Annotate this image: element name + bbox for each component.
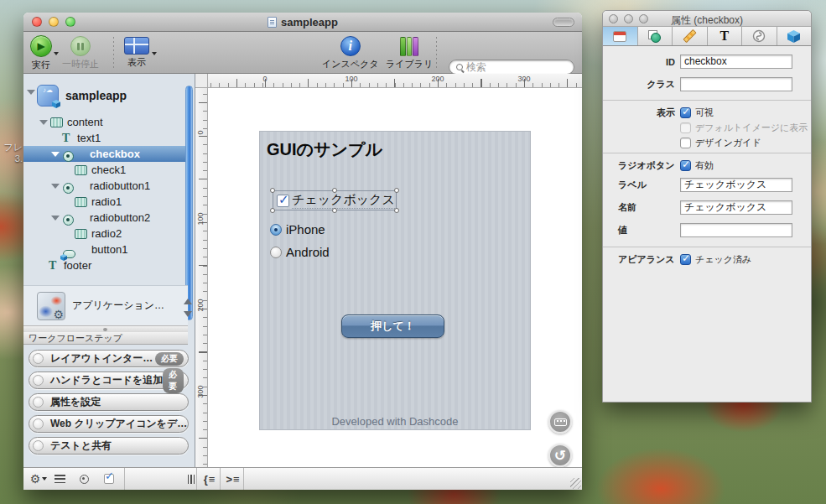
checked-checkbox[interactable] [680, 254, 691, 265]
disclosure-triangle[interactable] [27, 90, 35, 95]
keyboard-overlay-button[interactable] [548, 410, 572, 434]
container-icon [75, 229, 87, 239]
tree-item-label: content [67, 116, 103, 128]
tree-item-radio1[interactable]: radio1 [23, 194, 188, 210]
minimize-button[interactable] [49, 17, 59, 27]
search-placeholder: 検索 [466, 60, 486, 75]
selection-handle[interactable] [270, 208, 275, 213]
tab-cube[interactable] [777, 27, 812, 45]
action-menu-button[interactable]: ⚙ [29, 468, 49, 490]
library-button[interactable]: ライブラリ [386, 36, 433, 70]
radio-selected-icon[interactable] [270, 224, 282, 236]
enabled-checkbox[interactable] [680, 160, 691, 171]
selection-handle[interactable] [394, 188, 399, 193]
design-guide-checkbox[interactable] [680, 138, 691, 148]
workflow-step-handlers[interactable]: ハンドラとコードを追加 必要 [29, 372, 189, 389]
tree-item-text1[interactable]: T text1 [23, 130, 188, 146]
checkbox-checked-icon[interactable] [277, 195, 289, 207]
scroll-arrows[interactable] [183, 299, 193, 317]
name-field[interactable]: チェックボックス [680, 200, 792, 215]
tree-item-checkbox[interactable]: checkbox [23, 146, 188, 162]
tree-item-button1[interactable]: button1 [23, 242, 188, 257]
tree-item-radiobutton1[interactable]: radiobutton1 [23, 178, 188, 194]
search-input[interactable]: 検索 [449, 60, 574, 75]
workflow-header-label: ワークフローステップ [29, 332, 122, 345]
source-indent-right-button[interactable]: >≡ [222, 468, 244, 490]
radio-group-icon [63, 151, 74, 162]
radio-option-android[interactable]: Android [270, 245, 330, 259]
radio-unselected-icon[interactable] [270, 247, 282, 258]
workflow-step-webclip[interactable]: Web クリップアイコンをデ… [29, 415, 189, 433]
selection-handle[interactable] [332, 188, 337, 193]
selection-handle[interactable] [270, 188, 275, 193]
disclosure-triangle[interactable] [51, 184, 60, 189]
tree-item-check1[interactable]: check1 [23, 162, 188, 178]
checkbox-label[interactable]: チェックボックス [292, 192, 395, 209]
workflow-step-label: レイアウトインター… [50, 351, 153, 366]
view-button[interactable]: 表示 [124, 37, 149, 69]
display-label: 表示 [603, 107, 680, 119]
tree-item-radiobutton2[interactable]: radiobutton2 [23, 210, 188, 226]
label-field[interactable]: チェックボックス [680, 178, 792, 192]
tree-item-sampleapp[interactable]: ♪☁ sampleapp [23, 84, 188, 107]
push-button[interactable]: 押して！ [341, 314, 444, 338]
inspector-title: 属性 (checkbox) [603, 13, 811, 28]
target-button[interactable] [75, 468, 92, 490]
class-field[interactable] [680, 77, 792, 91]
design-title[interactable]: GUIのサンプル [267, 138, 382, 161]
columns-button[interactable] [183, 468, 200, 490]
workflow-step-attributes[interactable]: 属性を設定 [29, 393, 189, 411]
tree-item-footer[interactable]: T footer [23, 257, 188, 273]
divider [603, 100, 811, 101]
source-indent-left-button[interactable]: {≡ [199, 468, 221, 490]
main-window: sampleapp ▶ 実行 一時停止 表示 i インスペクタ ライブラリ [23, 13, 582, 490]
window-titlebar[interactable]: sampleapp [23, 13, 582, 32]
tab-attributes[interactable] [603, 27, 638, 45]
inspector-button[interactable]: i インスペクタ [322, 36, 379, 70]
list-view-button[interactable] [51, 468, 68, 490]
rotate-overlay-button[interactable]: ↺ [548, 444, 572, 467]
window-resize-grip[interactable] [570, 478, 581, 489]
tab-text[interactable]: T [708, 27, 743, 45]
view-label: 表示 [127, 56, 146, 69]
webview-panel[interactable]: GUIのサンプル チェックボックス iPhone Android 押して！ [260, 132, 530, 429]
disclosure-triangle[interactable] [39, 120, 48, 125]
value-row: 値 [603, 223, 811, 237]
selection-handle[interactable] [332, 208, 337, 213]
inspector-titlebar[interactable]: 属性 (checkbox) [603, 11, 811, 27]
visible-checkbox[interactable] [680, 107, 691, 118]
id-field[interactable]: checkbox [680, 55, 792, 69]
rotate-icon: ↺ [554, 449, 566, 463]
scroll-down-icon[interactable] [184, 311, 192, 317]
library-icon [400, 36, 418, 56]
selected-checkbox-element[interactable]: チェックボックス [273, 190, 397, 210]
text-icon: T [720, 29, 729, 43]
edit-check-icon [104, 474, 114, 484]
tree-item-label: footer [64, 259, 91, 272]
disclosure-triangle[interactable] [51, 216, 60, 221]
view-dropdown-caret[interactable] [152, 52, 157, 55]
tab-behaviors[interactable] [742, 27, 777, 45]
scroll-up-icon[interactable] [184, 299, 192, 304]
window-bottom-bar: ⚙ {≡ >≡ [23, 467, 582, 490]
toolbar-toggle-button[interactable] [553, 18, 574, 27]
tree-item-content[interactable]: content [23, 114, 188, 130]
application-item[interactable]: アプリケーション… [23, 285, 188, 325]
edit-check-button[interactable] [101, 468, 117, 490]
tab-metrics[interactable] [673, 27, 708, 45]
workflow-step-layout[interactable]: レイアウトインター… 必要 [29, 350, 189, 367]
close-button[interactable] [32, 17, 42, 27]
tree-item-radio2[interactable]: radio2 [23, 226, 188, 242]
tree-item-label: radiobutton2 [90, 211, 150, 224]
value-field[interactable] [680, 223, 792, 237]
cube-icon [52, 100, 60, 108]
tab-fill-stroke[interactable] [638, 27, 673, 45]
run-button[interactable]: ▶ 実行 [30, 35, 52, 71]
workflow-step-test-share[interactable]: テストと共有 [29, 437, 189, 455]
selection-handle[interactable] [394, 208, 399, 213]
zoom-button[interactable] [65, 17, 75, 27]
run-dropdown-caret[interactable] [54, 52, 59, 55]
design-canvas[interactable]: GUIのサンプル チェックボックス iPhone Android 押して！ [208, 88, 582, 467]
radio-option-iphone[interactable]: iPhone [270, 222, 325, 236]
disclosure-triangle[interactable] [51, 152, 60, 157]
